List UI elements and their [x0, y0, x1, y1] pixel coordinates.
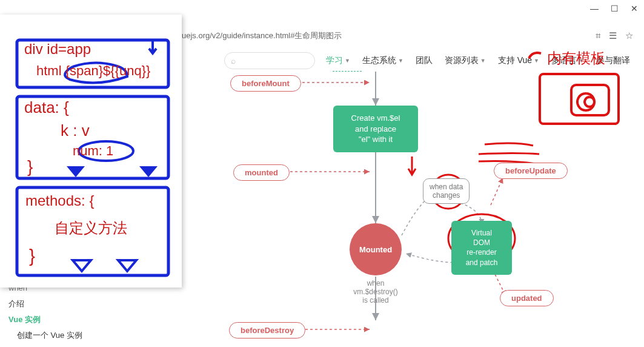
hook-updated: updated [500, 290, 554, 306]
qr-icon[interactable]: ⌗ [596, 30, 600, 41]
nav-learn[interactable]: 学习▼ [326, 55, 350, 66]
nav-translate[interactable]: 参与翻译 [596, 55, 630, 66]
sidebar-item-create[interactable]: 创建一个 Vue 实例 [8, 328, 142, 343]
hook-mounted: mounted [233, 164, 290, 181]
favorite-icon[interactable]: ☆ [625, 30, 633, 41]
step-create-el: Create vm.$el and replace "el" with it [333, 106, 418, 152]
url-text: uejs.org/v2/guide/instance.html#生命周期图示 [182, 30, 342, 41]
svg-line-6 [491, 178, 503, 205]
state-mounted: Mounted [350, 223, 402, 275]
hw-line: k : v [61, 121, 90, 140]
sidebar-item-instance[interactable]: Vue 实例 [8, 312, 142, 328]
nav-ecosystem[interactable]: 生态系统▼ [362, 55, 403, 66]
nav-resources[interactable]: 资源列表▼ [445, 55, 486, 66]
window-close[interactable]: ✕ [631, 4, 638, 13]
nav-team[interactable]: 团队 [416, 55, 433, 66]
sidebar-item-intro[interactable]: 介绍 [8, 296, 142, 312]
lifecycle-diagram: beforeMount Create vm.$el and replace "e… [182, 72, 644, 347]
hw-line: methods: { [25, 192, 94, 209]
nav-lang[interactable]: 多语言▼ [551, 55, 584, 66]
hw-line: html {span}${{unq}} [36, 63, 150, 78]
hw-line: } [29, 246, 35, 266]
search-input[interactable]: ⌕ [224, 52, 315, 69]
doc-sidebar: when 介绍 Vue 实例 创建一个 Vue 实例 数据与方法 [8, 289, 142, 347]
address-bar[interactable]: uejs.org/v2/guide/instance.html#生命周期图示 ⌗… [182, 28, 637, 44]
step-rerender: Virtual DOM re-render and patch [451, 221, 512, 275]
hook-beforemount: beforeMount [230, 75, 301, 92]
hw-line: div id=app [24, 41, 91, 57]
handwriting-overlay: div id=app html {span}${{unq}} data: { k… [0, 15, 182, 288]
cond-when-data: when data changes [423, 178, 470, 204]
search-icon: ⌕ [231, 56, 236, 66]
hw-line: } [27, 157, 33, 176]
nav-support[interactable]: 支持 Vue▼ [498, 55, 539, 66]
sidebar-item-data[interactable]: 数据与方法 [8, 343, 142, 347]
page-header: ⌕ 学习▼ 生态系统▼ 团队 资源列表▼ 支持 Vue▼ 多语言▼ 参与翻译 [224, 50, 639, 72]
hw-line: 自定义方法 [55, 220, 127, 236]
hook-beforeupdate: beforeUpdate [494, 163, 568, 179]
hook-beforedestroy: beforeDestroy [229, 322, 305, 339]
reader-icon[interactable]: ☰ [609, 30, 617, 41]
hw-line: data: { [24, 98, 69, 116]
window-minimize[interactable]: — [590, 4, 599, 13]
window-maximize[interactable]: ☐ [611, 4, 619, 13]
hw-line: num: 1 [73, 143, 113, 158]
label-when-destroy: when vm.$destroy() is called [351, 279, 400, 305]
